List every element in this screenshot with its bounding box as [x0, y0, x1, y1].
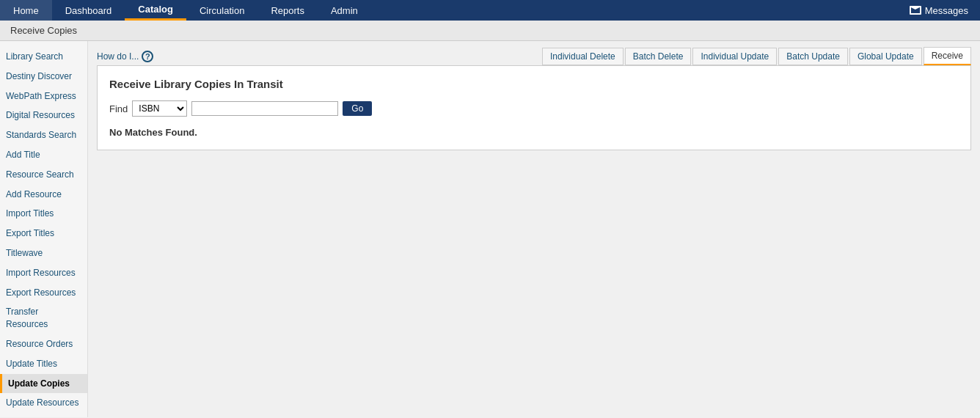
sidebar-item-library-search[interactable]: Library Search	[0, 47, 87, 67]
sidebar-item-add-resource[interactable]: Add Resource	[0, 185, 87, 205]
sidebar-item-resource-orders[interactable]: Resource Orders	[0, 334, 87, 354]
messages-label: Messages	[925, 5, 968, 16]
sidebar-item-resource-search[interactable]: Resource Search	[0, 165, 87, 185]
sidebar-item-import-titles[interactable]: Import Titles	[0, 204, 87, 224]
tab-global-update[interactable]: Global Update	[849, 48, 922, 65]
sidebar-item-export-titles[interactable]: Export Titles	[0, 224, 87, 243]
sidebar-item-update-copies[interactable]: Update Copies	[0, 374, 87, 394]
tab-receive[interactable]: Receive	[924, 47, 971, 65]
find-row: Find ISBN Barcode Title Author Go	[109, 100, 959, 117]
tab-batch-delete[interactable]: Batch Delete	[625, 48, 692, 65]
go-button[interactable]: Go	[343, 101, 372, 116]
content-title: Receive Library Copies In Transit	[109, 78, 959, 90]
content-box: Receive Library Copies In Transit Find I…	[97, 65, 971, 150]
nav-reports[interactable]: Reports	[257, 0, 318, 21]
nav-circulation[interactable]: Circulation	[186, 0, 257, 21]
messages-icon	[910, 6, 921, 15]
nav-home[interactable]: Home	[0, 0, 52, 21]
sidebar-item-standards-search[interactable]: Standards Search	[0, 125, 87, 145]
sidebar-item-export-resources[interactable]: Export Resources	[0, 283, 87, 303]
find-select[interactable]: ISBN Barcode Title Author	[132, 100, 187, 117]
tab-individual-update[interactable]: Individual Update	[692, 48, 777, 65]
sidebar-item-update-resources[interactable]: Update Resources	[0, 393, 87, 413]
sub-tabs-bar: How do I... ? Individual Delete Batch De…	[97, 47, 971, 65]
no-matches-message: No Matches Found.	[109, 127, 959, 138]
nav-dashboard[interactable]: Dashboard	[52, 0, 125, 21]
breadcrumb: Receive Copies	[0, 21, 980, 41]
messages-link[interactable]: Messages	[898, 0, 980, 21]
top-navigation: Home Dashboard Catalog Circulation Repor…	[0, 0, 980, 21]
nav-catalog[interactable]: Catalog	[125, 0, 186, 21]
find-label: Find	[109, 103, 128, 114]
sidebar-item-add-title[interactable]: Add Title	[0, 145, 87, 165]
sidebar: Library Search Destiny Discover WebPath …	[0, 41, 88, 417]
help-icon: ?	[142, 51, 153, 62]
help-label: How do I...	[97, 51, 139, 62]
sidebar-item-destiny-discover[interactable]: Destiny Discover	[0, 67, 87, 87]
tab-batch-update[interactable]: Batch Update	[778, 48, 848, 65]
sidebar-item-digital-resources[interactable]: Digital Resources	[0, 106, 87, 125]
help-link[interactable]: How do I... ?	[97, 51, 153, 65]
nav-admin[interactable]: Admin	[318, 0, 371, 21]
find-input[interactable]	[191, 101, 338, 116]
main-content: How do I... ? Individual Delete Batch De…	[88, 41, 980, 417]
sidebar-item-webpath-express[interactable]: WebPath Express	[0, 87, 87, 106]
sidebar-item-transfer-resources[interactable]: Transfer Resources	[0, 302, 87, 334]
sidebar-item-update-titles[interactable]: Update Titles	[0, 354, 87, 374]
sidebar-item-import-resources[interactable]: Import Resources	[0, 263, 87, 283]
tab-individual-delete[interactable]: Individual Delete	[542, 48, 624, 65]
sidebar-item-titlewave[interactable]: Titlewave	[0, 243, 87, 263]
